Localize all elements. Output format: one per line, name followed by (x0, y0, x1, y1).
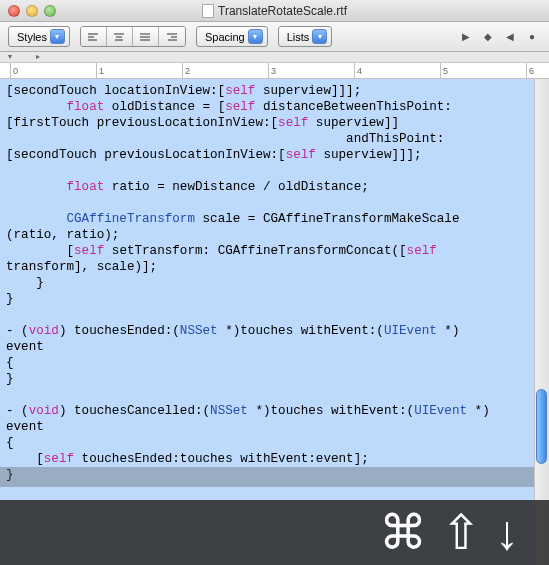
align-left-button[interactable] (81, 27, 107, 46)
ruler-tick: 4 (354, 63, 362, 79)
zoom-icon[interactable] (44, 5, 56, 17)
vertical-scrollbar[interactable] (534, 79, 549, 565)
align-center-icon (113, 32, 125, 42)
chevron-down-icon: ▾ (312, 29, 327, 44)
down-arrow-key-icon: ↓ (495, 509, 519, 557)
close-icon[interactable] (8, 5, 20, 17)
window-title-text: TranslateRotateScale.rtf (218, 4, 347, 18)
scrollbar-thumb[interactable] (536, 389, 547, 464)
window-controls (8, 5, 56, 17)
lists-label: Lists (287, 31, 310, 43)
tab-stop-strip[interactable]: ▾ ▸ (0, 52, 549, 63)
styles-dropdown[interactable]: Styles ▾ (8, 26, 70, 47)
shortcut-overlay: ⌘ ⇧ ↓ (0, 500, 549, 565)
ruler-tick: 1 (96, 63, 104, 79)
tab-diamond-button[interactable]: ◆ (479, 28, 497, 46)
tab-left-button[interactable]: ◀ (501, 28, 519, 46)
titlebar[interactable]: TranslateRotateScale.rtf (0, 0, 549, 22)
shift-key-icon: ⇧ (441, 509, 481, 557)
lists-dropdown[interactable]: Lists ▾ (278, 26, 333, 47)
indent-marker-icon[interactable]: ▾ (8, 52, 16, 60)
ruler-tick: 3 (268, 63, 276, 79)
tab-right-button[interactable]: ▶ (457, 28, 475, 46)
alignment-group (80, 26, 186, 47)
code-text[interactable]: [secondTouch locationInView:[self superv… (0, 79, 534, 565)
align-left-icon (87, 32, 99, 42)
align-right-button[interactable] (159, 27, 185, 46)
align-justify-icon (139, 32, 151, 42)
align-right-icon (166, 32, 178, 42)
spacing-label: Spacing (205, 31, 245, 43)
editor: [secondTouch locationInView:[self superv… (0, 79, 549, 565)
ruler-tick: 2 (182, 63, 190, 79)
toolbar-right: ▶ ◆ ◀ ● (457, 28, 541, 46)
spacing-dropdown[interactable]: Spacing ▾ (196, 26, 268, 47)
window-title: TranslateRotateScale.rtf (0, 4, 549, 18)
ruler-tick: 6 (526, 63, 534, 79)
align-justify-button[interactable] (133, 27, 159, 46)
tab-marker-icon[interactable]: ▸ (36, 52, 44, 60)
ruler[interactable]: 0 1 2 3 4 5 6 (0, 63, 549, 79)
toolbar: Styles ▾ Spacing ▾ Lists ▾ ▶ (0, 22, 549, 52)
tab-circle-button[interactable]: ● (523, 28, 541, 46)
styles-label: Styles (17, 31, 47, 43)
document-icon (202, 4, 214, 18)
app-window: TranslateRotateScale.rtf Styles ▾ Spacin… (0, 0, 549, 565)
chevron-down-icon: ▾ (50, 29, 65, 44)
ruler-tick: 5 (440, 63, 448, 79)
command-key-icon: ⌘ (379, 509, 427, 557)
ruler-tick: 0 (10, 63, 18, 79)
chevron-down-icon: ▾ (248, 29, 263, 44)
minimize-icon[interactable] (26, 5, 38, 17)
align-center-button[interactable] (107, 27, 133, 46)
